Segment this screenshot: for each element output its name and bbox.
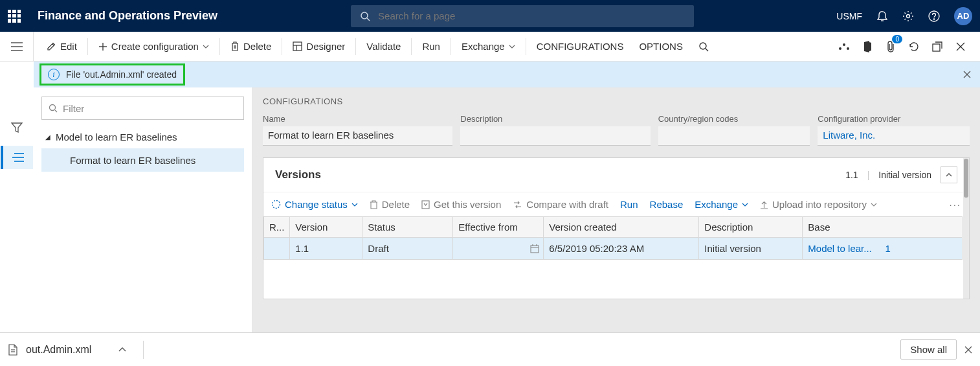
download-icon bbox=[421, 200, 430, 209]
cell-r[interactable] bbox=[264, 238, 290, 260]
calendar-icon[interactable] bbox=[530, 244, 539, 253]
compare-button[interactable]: Compare with draft bbox=[513, 199, 608, 210]
search-input[interactable] bbox=[378, 10, 685, 21]
field-provider-label: Configuration provider bbox=[818, 114, 970, 124]
versions-run-button[interactable]: Run bbox=[620, 199, 638, 210]
show-all-button[interactable]: Show all bbox=[900, 339, 957, 360]
notification-highlight: i File 'out.Admin.xml' created bbox=[39, 63, 185, 86]
col-r[interactable]: R... bbox=[264, 217, 290, 238]
global-search[interactable] bbox=[351, 5, 694, 27]
svg-point-3 bbox=[907, 14, 910, 17]
field-provider-value[interactable]: Litware, Inc. bbox=[818, 126, 970, 146]
close-icon[interactable] bbox=[954, 40, 967, 53]
col-base[interactable]: Base bbox=[803, 217, 963, 238]
run-button[interactable]: Run bbox=[414, 32, 448, 62]
field-description-value[interactable] bbox=[460, 126, 650, 146]
bell-icon[interactable] bbox=[876, 10, 888, 22]
pencil-icon bbox=[47, 41, 56, 51]
edit-button[interactable]: Edit bbox=[39, 32, 85, 62]
col-created[interactable]: Version created bbox=[544, 217, 699, 238]
help-icon[interactable] bbox=[928, 10, 940, 22]
app-launcher-icon[interactable] bbox=[8, 10, 21, 23]
scrollbar[interactable] bbox=[963, 158, 969, 299]
delete-button[interactable]: Delete bbox=[223, 32, 279, 62]
svg-point-29 bbox=[273, 201, 280, 209]
user-avatar[interactable]: AD bbox=[954, 7, 972, 25]
list-rail-icon[interactable] bbox=[1, 146, 33, 169]
office-icon[interactable] bbox=[861, 40, 874, 53]
designer-button[interactable]: Designer bbox=[285, 32, 353, 62]
versions-summary-version: 1.1 bbox=[845, 170, 858, 180]
chevron-down-icon bbox=[203, 45, 209, 49]
notification-bar: i File 'out.Admin.xml' created bbox=[34, 62, 980, 87]
cell-created[interactable]: 6/5/2019 05:20:23 AM bbox=[544, 238, 699, 260]
file-icon bbox=[8, 344, 18, 356]
change-status-button[interactable]: Change status bbox=[271, 199, 358, 210]
designer-icon bbox=[293, 41, 302, 51]
bottom-filename[interactable]: out.Admin.xml bbox=[26, 344, 91, 356]
caret-down-icon: ◢ bbox=[45, 133, 50, 141]
versions-exchange-button[interactable]: Exchange bbox=[695, 199, 748, 210]
company-selector[interactable]: USMF bbox=[836, 11, 862, 21]
cell-base[interactable]: Model to lear... 1 bbox=[803, 238, 963, 260]
app-title: Finance and Operations Preview bbox=[38, 9, 217, 23]
nav-toggle[interactable] bbox=[0, 32, 34, 61]
sidebar-filter[interactable]: Filter bbox=[41, 97, 244, 120]
top-right-controls: USMF AD bbox=[836, 7, 972, 25]
more-icon[interactable]: ··· bbox=[949, 199, 961, 210]
notification-row: i File 'out.Admin.xml' created bbox=[0, 62, 980, 87]
bottom-close-icon[interactable] bbox=[964, 346, 972, 354]
filter-rail-icon[interactable] bbox=[1, 116, 33, 139]
field-country-value[interactable] bbox=[658, 126, 810, 146]
options-tab[interactable]: OPTIONS bbox=[631, 32, 691, 62]
plus-icon bbox=[98, 42, 107, 51]
cell-status[interactable]: Draft bbox=[362, 238, 453, 260]
upload-button[interactable]: Upload into repository bbox=[760, 199, 877, 210]
compare-icon bbox=[513, 200, 522, 209]
gear-icon[interactable] bbox=[902, 10, 914, 22]
col-version[interactable]: Version bbox=[290, 217, 362, 238]
svg-rect-31 bbox=[531, 246, 539, 253]
insights-icon[interactable] bbox=[838, 40, 851, 53]
create-configuration-button[interactable]: Create configuration bbox=[91, 32, 217, 62]
table-row[interactable]: 1.1 Draft 6/5/2019 05:20:23 AM Initial v… bbox=[264, 238, 963, 260]
svg-rect-11 bbox=[293, 42, 302, 51]
configurations-tab[interactable]: CONFIGURATIONS bbox=[529, 32, 632, 62]
cell-effective[interactable] bbox=[453, 238, 544, 260]
cell-description[interactable]: Initial version bbox=[699, 238, 803, 260]
cell-version[interactable]: 1.1 bbox=[290, 238, 362, 260]
chevron-down-icon bbox=[351, 203, 358, 207]
chevron-up-icon[interactable] bbox=[118, 347, 126, 352]
attachments-icon[interactable]: 0 bbox=[884, 40, 897, 53]
exchange-button[interactable]: Exchange bbox=[454, 32, 523, 62]
validate-button[interactable]: Validate bbox=[359, 32, 408, 62]
refresh-icon[interactable] bbox=[908, 40, 920, 53]
col-status[interactable]: Status bbox=[362, 217, 453, 238]
tree-parent-node[interactable]: ◢ Model to learn ER baselines bbox=[41, 125, 244, 148]
field-name-label: Name bbox=[263, 114, 452, 124]
upload-icon bbox=[760, 200, 768, 209]
col-effective[interactable]: Effective from bbox=[453, 217, 544, 238]
svg-rect-19 bbox=[933, 44, 940, 51]
search-icon bbox=[360, 11, 370, 21]
get-version-button[interactable]: Get this version bbox=[421, 199, 501, 210]
versions-delete-button[interactable]: Delete bbox=[370, 199, 410, 210]
field-name-value[interactable]: Format to learn ER baselines bbox=[263, 126, 452, 146]
toolbar-search-icon[interactable] bbox=[691, 32, 717, 62]
tree-child-node[interactable]: Format to learn ER baselines bbox=[41, 148, 244, 172]
bottom-bar: out.Admin.xml Show all bbox=[0, 332, 980, 366]
chevron-up-icon[interactable] bbox=[941, 166, 957, 183]
notification-close-icon[interactable] bbox=[963, 71, 971, 78]
versions-title: Versions bbox=[275, 168, 321, 181]
svg-point-17 bbox=[843, 43, 845, 46]
content-area: CONFIGURATIONS Name Format to learn ER b… bbox=[252, 87, 980, 332]
svg-point-27 bbox=[50, 105, 56, 111]
popout-icon[interactable] bbox=[931, 40, 944, 53]
left-rail bbox=[0, 87, 34, 332]
col-description[interactable]: Description bbox=[699, 217, 803, 238]
main-area: Filter ◢ Model to learn ER baselines For… bbox=[0, 87, 980, 332]
svg-point-5 bbox=[933, 18, 934, 19]
versions-toolbar: Change status Delete Get this version Co… bbox=[263, 192, 969, 216]
versions-panel: Versions 1.1 | Initial version Change st… bbox=[263, 157, 970, 299]
rebase-button[interactable]: Rebase bbox=[650, 199, 684, 210]
